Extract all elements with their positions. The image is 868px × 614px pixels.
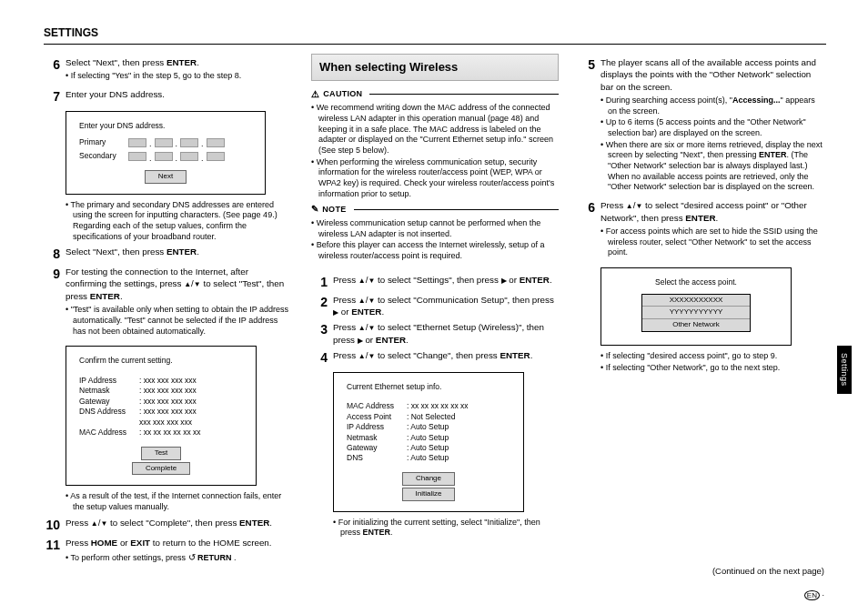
bullet: Wireless communication setup cannot be p… [311, 218, 559, 239]
up-icon [626, 200, 633, 210]
step-number: 8 [44, 246, 60, 263]
info-value: : xx xx xx xx xx xx [139, 428, 201, 438]
bullet: To perform other settings, press RETURN … [66, 551, 291, 564]
info-label: MAC Address [79, 428, 136, 438]
column-2: When selecting Wireless ⚠ CAUTION We rec… [311, 54, 559, 567]
text-tail: . [197, 247, 199, 257]
bullet: "Test" is available only when setting to… [66, 305, 291, 337]
ip-octet[interactable] [128, 152, 146, 161]
bullet: The primary and secondary DNS addresses … [66, 200, 291, 243]
step-bullets: If selecting "Yes" in the step 5, go to … [66, 71, 291, 82]
bullet: Before this player can access the Intern… [311, 240, 559, 261]
note-heading: ✎ NOTE [311, 203, 559, 216]
info-label: DNS [347, 453, 403, 463]
text-tail: . [269, 518, 272, 528]
step-number: 5 [579, 56, 595, 196]
bullet: If selecting "desired access point", go … [601, 351, 826, 362]
info-value: : xxx xxx xxx xxx [139, 386, 197, 396]
info-label: Gateway [79, 397, 136, 407]
step-number: 6 [579, 199, 595, 262]
note-icon: ✎ [311, 203, 318, 216]
info-label: Access Point [347, 412, 403, 422]
info-value: : Auto Setup [407, 443, 449, 453]
step-8: 8 Select "Next", then press ENTER. [44, 246, 291, 263]
up-icon [184, 278, 191, 288]
down-icon [194, 278, 201, 288]
screen-title: Enter your DNS address. [79, 121, 252, 131]
text: Select "Next", then press [66, 247, 167, 257]
content-columns: 6 Select "Next", then press ENTER. If se… [44, 54, 826, 567]
ip-octet[interactable] [180, 152, 198, 161]
caution-label: CAUTION [323, 88, 362, 99]
step-body: Select "Next", then press ENTER. If sele… [66, 56, 291, 86]
bullet: When performing the wireless communicati… [311, 157, 559, 200]
ip-octet[interactable] [155, 152, 173, 161]
dns-secondary-row: Secondary . . . [79, 151, 252, 162]
enter-label: ENTER [500, 350, 530, 360]
dns-notes: The primary and secondary DNS addresses … [66, 200, 291, 243]
info-label: Gateway [347, 443, 403, 453]
access-point-item[interactable]: YYYYYYYYYYY [642, 307, 750, 319]
step-body: Enter your DNS address. [66, 88, 291, 106]
info-value: xxx xxx xxx xxx [139, 418, 192, 428]
ip-octet[interactable] [180, 138, 198, 147]
up-icon [358, 350, 366, 360]
initialize-button[interactable]: Initialize [402, 488, 456, 501]
info-label: IP Address [347, 422, 403, 432]
complete-button[interactable]: Complete [132, 462, 190, 476]
text: The player scans all of the available ac… [601, 57, 816, 91]
enter-label: ENTER [376, 335, 406, 345]
step-number: 4 [311, 349, 328, 367]
enter-label: ENTER [167, 57, 197, 67]
en-circle-icon: EN [804, 590, 820, 600]
caution-heading: ⚠ CAUTION [311, 88, 559, 101]
up-icon [358, 322, 366, 332]
ip-octet[interactable] [155, 138, 173, 147]
ip-octet[interactable] [207, 152, 225, 161]
info-value: : Not Selected [407, 412, 455, 422]
test-button[interactable]: Test [141, 447, 182, 460]
enter-label: ENTER [239, 518, 269, 528]
text-tail: . [197, 57, 199, 67]
info-value: : Auto Setup [407, 422, 449, 432]
caution-bullets: We recommend writing down the MAC addres… [311, 103, 559, 199]
ethernet-info-screen: Current Ethernet setup info. MAC Address… [333, 372, 524, 512]
side-tab-settings: Settings [837, 346, 852, 394]
bullet: For access points which are set to hide … [601, 226, 826, 258]
row-label: Secondary [79, 151, 123, 161]
step-body: Select "Next", then press ENTER. [66, 246, 291, 263]
page-lang-mark: EN · [804, 589, 824, 601]
ip-octet[interactable] [128, 138, 146, 147]
screen-title: Confirm the current setting. [79, 356, 243, 366]
enter-label: ENTER [167, 247, 197, 257]
step-body: The player scans all of the available ac… [601, 56, 826, 196]
ip-octet[interactable] [207, 138, 225, 147]
info-label: MAC Address [347, 401, 403, 411]
column-1: 6 Select "Next", then press ENTER. If se… [44, 54, 291, 567]
access-point-item[interactable]: XXXXXXXXXXX [642, 295, 750, 307]
return-icon [188, 553, 196, 562]
continued-note: (Continued on the next page) [712, 566, 824, 578]
warning-icon: ⚠ [311, 88, 319, 101]
return-label: RETURN [196, 553, 232, 562]
step-number: 11 [44, 537, 60, 568]
ap-notes: If selecting "desired access point", go … [601, 351, 826, 373]
access-point-item[interactable]: Other Network [642, 319, 750, 331]
text: to return to the HOME screen. [150, 538, 271, 548]
info-value: : xxx xxx xxx xxx [139, 407, 197, 417]
info-label: Netmask [347, 433, 403, 443]
step-number: 10 [44, 517, 60, 534]
next-button[interactable]: Next [145, 170, 187, 184]
access-point-list: XXXXXXXXXXX YYYYYYYYYYY Other Network [641, 294, 751, 332]
change-button[interactable]: Change [402, 472, 455, 486]
step-body: Press / to select "Settings", then press… [333, 274, 559, 291]
step-number: 9 [44, 266, 60, 340]
step-number: 3 [311, 321, 328, 347]
text: or [117, 538, 130, 548]
up-icon [91, 518, 98, 528]
info-label: Netmask [79, 386, 136, 396]
note-label: NOTE [322, 204, 346, 215]
enter-label: ENTER [685, 213, 715, 223]
step-body: For testing the connection to the Intern… [66, 266, 291, 340]
step-body: Press / to select "Change", then press E… [333, 349, 559, 367]
